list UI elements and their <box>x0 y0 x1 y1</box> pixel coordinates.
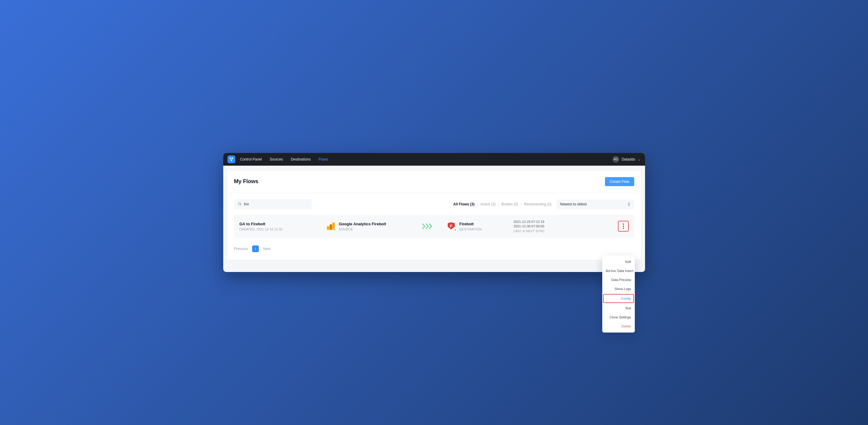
nav-flows[interactable]: Flows <box>318 157 328 161</box>
pagination-previous[interactable]: Previous <box>234 247 248 251</box>
row-actions-button[interactable] <box>619 222 627 230</box>
status-online-dot <box>334 229 336 231</box>
kebab-icon <box>623 224 624 229</box>
status-filters: All Flows (3) | Active (3) | Broken (0) … <box>453 202 551 206</box>
filter-row: All Flows (3) | Active (3) | Broken (0) … <box>227 193 641 212</box>
flows-card: My Flows Create Flow All Flows (3) | Act… <box>227 170 641 260</box>
search-box[interactable] <box>234 199 312 209</box>
filter-reconnecting[interactable]: Reconnecting (0) <box>524 202 551 206</box>
card-header: My Flows Create Flow <box>227 170 641 193</box>
user-name: Dataddo <box>622 157 635 161</box>
menu-adhoc-insert[interactable]: Ad-hoc Data Insert <box>602 266 635 275</box>
filter-all-flows[interactable]: All Flows (3) <box>453 202 474 206</box>
next-sync: 2021-12-30 07:00:00 <box>514 224 592 229</box>
flow-created: CREATED: 2021-12-16 12:32 <box>240 227 327 231</box>
pagination: Previous 1 Next <box>227 240 641 260</box>
flow-dest-col: F Firebolt DESTINATION <box>447 222 514 231</box>
menu-clone-settings[interactable]: Clone Settings <box>602 313 635 322</box>
row-actions-menu: Edit Ad-hoc Data Insert Data Preview Sho… <box>602 255 635 332</box>
nav-links: Control Panel Sources Destinations Flows <box>240 157 328 161</box>
source-icon <box>327 222 335 230</box>
dest-icon: F <box>447 222 456 230</box>
flow-row[interactable]: GA to Firebolt CREATED: 2021-12-16 12:32… <box>234 215 634 238</box>
create-flow-button[interactable]: Create Flow <box>605 177 634 186</box>
menu-delete[interactable]: Delete <box>602 322 635 331</box>
flow-title-col: GA to Firebolt CREATED: 2021-12-16 12:32 <box>240 222 327 231</box>
menu-test[interactable]: Test <box>602 304 635 313</box>
menu-config[interactable]: Config <box>603 294 634 303</box>
nav-destinations[interactable]: Destinations <box>291 157 311 161</box>
firebolt-icon: F <box>447 222 455 230</box>
logo-icon <box>229 157 234 162</box>
last-sync: 2021-12-29 07:12:19 <box>514 220 592 224</box>
flow-sync-col: 2021-12-29 07:12:19 2021-12-30 07:00:00 … <box>514 220 592 233</box>
dest-sub: DESTINATION <box>460 227 482 231</box>
flow-source-col: Google Analytics Firebolt SOURCE <box>327 222 408 231</box>
source-sub: SOURCE <box>339 227 386 231</box>
sync-sub: LAST & NEXT SYNC <box>514 229 592 233</box>
menu-show-logs[interactable]: Show Logs <box>602 284 635 293</box>
chevron-down-icon: ⌄ <box>638 157 641 161</box>
sort-arrows-icon: ▲▼ <box>627 202 630 207</box>
pagination-page-1[interactable]: 1 <box>252 246 259 252</box>
search-input[interactable] <box>244 202 308 206</box>
kebab-highlight <box>618 221 629 232</box>
filter-broken[interactable]: Broken (0) <box>501 202 518 206</box>
nav-control-panel[interactable]: Control Panel <box>240 157 262 161</box>
filter-active[interactable]: Active (3) <box>480 202 496 206</box>
pagination-next[interactable]: Next <box>263 247 271 251</box>
sort-select[interactable]: Newest to oldest ▲▼ <box>556 199 634 209</box>
google-analytics-icon <box>327 222 335 230</box>
search-icon <box>238 201 242 207</box>
nav-sources[interactable]: Sources <box>270 157 283 161</box>
flow-arrow <box>408 223 447 229</box>
top-navbar: Control Panel Sources Destinations Flows… <box>223 153 645 166</box>
app-logo[interactable] <box>227 156 235 163</box>
flow-name: GA to Firebolt <box>240 222 327 226</box>
dest-name: Firebolt <box>460 222 482 226</box>
triple-chevron-icon <box>422 223 434 229</box>
source-name: Google Analytics Firebolt <box>339 222 386 226</box>
app-window: Control Panel Sources Destinations Flows… <box>223 153 645 272</box>
svg-point-3 <box>238 202 241 205</box>
avatar: AG <box>613 156 619 163</box>
menu-data-preview[interactable]: Data Preview <box>602 275 635 284</box>
svg-line-4 <box>241 204 241 205</box>
page-body: My Flows Create Flow All Flows (3) | Act… <box>223 166 645 272</box>
user-menu[interactable]: AG Dataddo ⌄ <box>613 156 641 163</box>
status-online-dot <box>454 229 457 231</box>
menu-edit[interactable]: Edit <box>602 257 635 266</box>
sort-selected-label: Newest to oldest <box>560 202 587 206</box>
page-title: My Flows <box>234 178 258 185</box>
